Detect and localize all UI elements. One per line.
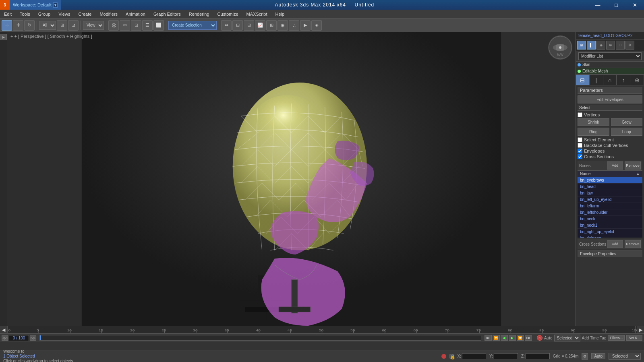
menu-item-tools[interactable]: Tools xyxy=(16,10,34,18)
ring-button[interactable]: Ring xyxy=(578,128,609,136)
move-tool-button[interactable]: ✛ xyxy=(13,20,23,31)
wire-tab[interactable]: ⌂ xyxy=(603,75,617,85)
move-tab[interactable]: ↑ xyxy=(617,75,630,85)
layer-manager[interactable]: ⊞ xyxy=(244,20,254,31)
workspace-dropdown[interactable]: ▾ xyxy=(53,2,58,8)
modifier-list-dropdown[interactable]: Modifier List xyxy=(578,52,642,60)
set-key-filters-button[interactable]: Set K... xyxy=(626,335,642,341)
menu-item-customize[interactable]: Customize xyxy=(213,10,242,18)
bone-item-leftarm[interactable]: bn_leftarm xyxy=(578,203,642,209)
menu-item-graph-editors[interactable]: Graph Editors xyxy=(149,10,185,18)
bone-item-neck1[interactable]: bn_neck1 xyxy=(578,222,642,229)
menu-item-modifiers[interactable]: Modifiers xyxy=(95,10,122,18)
settings-tab[interactable]: ⊕ xyxy=(630,75,644,85)
bone-item-right-up-eyelid[interactable]: bn_right_up_eyelid xyxy=(578,229,642,235)
all-dropdown[interactable]: All xyxy=(39,21,56,30)
bone-item-jaw[interactable]: bn_jaw xyxy=(578,190,642,197)
y-input[interactable] xyxy=(494,353,518,359)
params-tab[interactable]: ⊟ xyxy=(576,75,590,85)
display-tab[interactable]: | xyxy=(590,75,603,85)
menu-item-group[interactable]: Group xyxy=(34,10,55,18)
bone-item-neck[interactable]: bn_neck xyxy=(578,216,642,222)
auto-key-toggle[interactable]: Auto xyxy=(591,353,605,359)
viewport[interactable]: + + [ Perspective ] [ Smooth + Highlight… xyxy=(7,32,576,326)
next-frame-button[interactable]: ▶ xyxy=(637,326,644,333)
bones-add-button[interactable]: Add xyxy=(607,161,623,170)
unlink-button[interactable]: ✂ xyxy=(120,20,130,31)
link-button[interactable]: ⛓ xyxy=(108,20,119,31)
modifier-editable-mesh[interactable]: Editable Mesh xyxy=(576,68,644,74)
rotate-tool-button[interactable]: ↻ xyxy=(24,20,35,31)
navigation-gizmo[interactable]: NAV xyxy=(548,35,572,60)
grid-settings-button[interactable]: ⚙ xyxy=(582,353,588,360)
envelopes-checkbox[interactable] xyxy=(578,149,582,153)
material-editor[interactable]: ◉ xyxy=(277,20,288,31)
prev-key-button[interactable]: ⏪ xyxy=(493,335,500,341)
align-button[interactable]: ⊟ xyxy=(232,20,243,31)
bones-remove-button[interactable]: Remove xyxy=(625,161,641,170)
selection-context-dropdown[interactable]: Selected xyxy=(609,353,641,360)
tab-icon-hierarchy[interactable]: ◈ xyxy=(596,41,605,50)
tab-icon-utility[interactable]: ⚙ xyxy=(625,41,634,50)
menu-item-animation[interactable]: Animation xyxy=(122,10,149,18)
edit-envelopes-button[interactable]: Edit Envelopes xyxy=(578,95,642,103)
maximize-button[interactable]: □ xyxy=(607,0,625,10)
bone-item-rightarm[interactable]: bn_rightarm xyxy=(578,235,642,238)
tab-icon-modify[interactable]: ▌ xyxy=(587,41,596,50)
curve-editor[interactable]: 📈 xyxy=(255,20,265,31)
rect-select-button[interactable]: ⬜ xyxy=(153,20,164,31)
view-dropdown[interactable]: View xyxy=(83,21,104,30)
tab-icon-motion[interactable]: ⊕ xyxy=(606,41,615,50)
go-to-start-button[interactable]: ◁◁ xyxy=(2,335,8,341)
bone-item-head[interactable]: bn_head xyxy=(578,184,642,190)
bone-item-eyebrows[interactable]: bn_eyebrows xyxy=(578,177,642,184)
bone-item-left-up-eyelid[interactable]: bn_left_up_eyelid xyxy=(578,197,642,203)
menu-item-help[interactable]: Help xyxy=(271,10,289,18)
backface-cull-checkbox[interactable] xyxy=(578,143,582,148)
loop-button[interactable]: Loop xyxy=(611,128,643,136)
play-button[interactable]: ▶ xyxy=(509,335,516,341)
bind-to-space-button[interactable]: ⊡ xyxy=(131,20,141,31)
grow-button[interactable]: Grow xyxy=(611,118,643,126)
minimize-button[interactable]: — xyxy=(588,0,607,10)
mini-scrubber[interactable] xyxy=(39,335,481,341)
filters-button[interactable]: Filters... xyxy=(608,335,625,341)
go-start-transport-button[interactable]: ⏮ xyxy=(485,335,492,341)
z-input[interactable] xyxy=(526,353,550,359)
tab-icon-display2[interactable]: □ xyxy=(616,41,625,50)
cross-sections-checkbox[interactable] xyxy=(578,154,582,159)
cross-add-button[interactable]: Add xyxy=(607,240,623,248)
snap-toggle[interactable]: ⊞ xyxy=(57,20,67,31)
mirror-button[interactable]: ⇔ xyxy=(221,20,232,31)
menu-item-maxscript[interactable]: MAXScript xyxy=(242,10,271,18)
select-element-checkbox[interactable] xyxy=(578,137,582,142)
vertices-checkbox[interactable] xyxy=(578,112,582,117)
timeline-track[interactable]: 0 5 10 15 20 25 30 35 40 45 50 xyxy=(7,326,637,333)
create-selection-dropdown[interactable]: Create Selection xyxy=(168,21,217,30)
select-tool-button[interactable]: ⊹ xyxy=(2,20,12,31)
render-button[interactable]: ▶ xyxy=(300,20,311,31)
menu-item-rendering[interactable]: Rendering xyxy=(185,10,213,18)
angle-snap[interactable]: ⊿ xyxy=(68,20,79,31)
menu-item-create[interactable]: Create xyxy=(74,10,95,18)
go-to-end-button[interactable]: ▷▷ xyxy=(30,335,36,341)
prev-frame-button[interactable]: ◀ xyxy=(0,326,7,333)
menu-item-edit[interactable]: Edit xyxy=(0,10,16,18)
go-end-transport-button[interactable]: ⏭ xyxy=(525,335,532,341)
select-by-name-button[interactable]: ☰ xyxy=(142,20,153,31)
left-panel-button-1[interactable]: ▶ xyxy=(0,34,7,40)
close-button[interactable]: ✕ xyxy=(625,0,644,10)
modifier-skin[interactable]: Skin xyxy=(576,62,644,68)
next-key-button[interactable]: ⏩ xyxy=(517,335,524,341)
bone-item-leftshoulder[interactable]: bn_leftshoulder xyxy=(578,209,642,216)
schematic-view[interactable]: ⊞ xyxy=(266,20,277,31)
tab-icon-display[interactable]: ⊞ xyxy=(577,41,586,50)
render-setup[interactable]: ⛬ xyxy=(289,20,299,31)
menu-item-views[interactable]: Views xyxy=(54,10,74,18)
shrink-button[interactable]: Shrink xyxy=(578,118,609,126)
play-reverse-button[interactable]: ◀ xyxy=(501,335,508,341)
set-key-button[interactable]: K xyxy=(537,335,543,341)
context-select[interactable]: Selected xyxy=(554,335,580,341)
x-input[interactable] xyxy=(462,353,486,359)
cross-remove-button[interactable]: Remove xyxy=(625,240,641,248)
